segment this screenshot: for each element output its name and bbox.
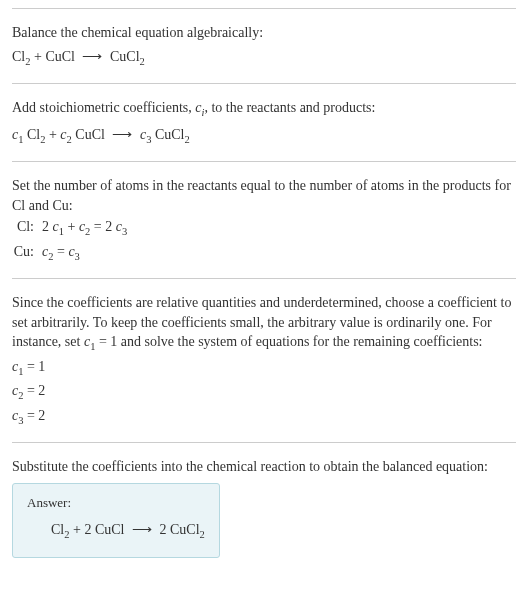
arrow-icon: ⟶: [112, 125, 132, 145]
answer-box: Answer: Cl2 + 2 CuCl ⟶ 2 CuCl2: [12, 483, 220, 558]
reactant-cl2: Cl: [12, 49, 25, 64]
section-answer: Substitute the coefficients into the che…: [12, 442, 516, 571]
r1: Cl: [27, 127, 40, 142]
rhs: 2 CuCl: [156, 522, 200, 537]
plus: +: [45, 127, 60, 142]
balance-intro: Set the number of atoms in the reactants…: [12, 176, 516, 215]
reactant-cucl: CuCl: [45, 49, 75, 64]
section-atom-balance: Set the number of atoms in the reactants…: [12, 161, 516, 278]
c3-sub: 3: [122, 226, 127, 237]
eq-cu: c2 = c3: [42, 242, 80, 264]
val: = 2: [23, 408, 45, 423]
plus: +: [64, 219, 79, 234]
eq: =: [53, 244, 68, 259]
sub-2: 2: [140, 55, 145, 66]
balanced-equation: Cl2 + 2 CuCl ⟶ 2 CuCl2: [27, 520, 205, 542]
eq-cl: 2 c1 + c2 = 2 c3: [42, 217, 127, 239]
text: Add stoichiometric coefficients,: [12, 100, 195, 115]
product-cucl2: CuCl: [110, 49, 140, 64]
two: 2: [42, 219, 53, 234]
row-cl: Cl: 2 c1 + c2 = 2 c3: [12, 217, 516, 239]
rhs-sub: 2: [200, 529, 205, 540]
val: = 2: [23, 383, 45, 398]
r3: CuCl: [155, 127, 185, 142]
label-cu: Cu:: [12, 242, 42, 264]
solve-intro: Since the coefficients are relative quan…: [12, 293, 516, 355]
coeff-equation: c1 Cl2 + c2 CuCl ⟶ c3 CuCl2: [12, 125, 516, 147]
r3-sub: 2: [184, 133, 189, 144]
plus-r2: + 2 CuCl: [69, 522, 127, 537]
c3-sub: 3: [75, 251, 80, 262]
section-solve: Since the coefficients are relative quan…: [12, 278, 516, 442]
coeff-intro: Add stoichiometric coefficients, ci, to …: [12, 98, 516, 120]
arrow-icon: ⟶: [82, 47, 102, 67]
coeff-c3: c3 = 2: [12, 406, 516, 428]
arrow-icon: ⟶: [132, 520, 152, 540]
r2: CuCl: [75, 127, 105, 142]
text-b: = 1 and solve the system of equations fo…: [95, 334, 482, 349]
section-problem: Balance the chemical equation algebraica…: [12, 8, 516, 83]
answer-label: Answer:: [27, 494, 205, 512]
plus: +: [30, 49, 45, 64]
label-cl: Cl:: [12, 217, 42, 239]
section-coefficients: Add stoichiometric coefficients, ci, to …: [12, 83, 516, 161]
answer-intro: Substitute the coefficients into the che…: [12, 457, 516, 477]
val: = 1: [23, 359, 45, 374]
coeff-c1: c1 = 1: [12, 357, 516, 379]
r1: Cl: [51, 522, 64, 537]
text: , to the reactants and products:: [204, 100, 375, 115]
unbalanced-equation: Cl2 + CuCl ⟶ CuCl2: [12, 47, 516, 69]
coeff-c2: c2 = 2: [12, 381, 516, 403]
row-cu: Cu: c2 = c3: [12, 242, 516, 264]
problem-intro: Balance the chemical equation algebraica…: [12, 23, 516, 43]
eq: = 2: [90, 219, 115, 234]
